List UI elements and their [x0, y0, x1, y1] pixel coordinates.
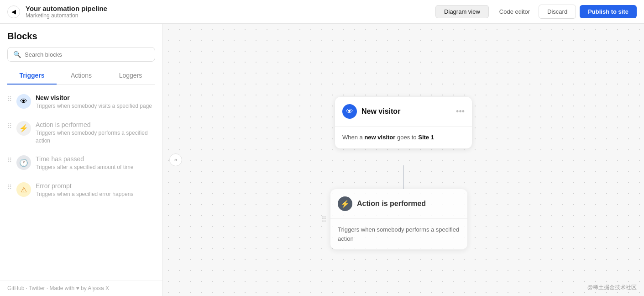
sidebar-footer: GitHub · Twitter · Made with ♥ by Alyssa… — [0, 280, 162, 296]
block-name: Action is performed — [36, 121, 155, 128]
card-header-action-performed: ⚡ Action is performed — [330, 189, 467, 219]
publish-button[interactable]: Publish to site — [580, 5, 637, 18]
list-item[interactable]: ⠿ ⚠ Error prompt Triggers when a specifi… — [0, 177, 162, 204]
pipeline-subtitle: Marketing automation — [26, 12, 435, 19]
desc-prefix: When a — [342, 134, 364, 141]
sidebar-title: Blocks — [7, 31, 155, 42]
drag-handle-icon: ⠿ — [7, 155, 12, 164]
card-menu-button[interactable]: ••• — [456, 107, 465, 116]
block-icon-error-prompt: ⚠ — [16, 182, 31, 197]
sidebar-header: Blocks 🔍 Triggers Actions Loggers — [0, 24, 162, 85]
card-title-new-visitor: New visitor — [361, 107, 451, 116]
card-body-action-performed: Triggers when somebody performs a specif… — [330, 219, 467, 249]
block-desc: Triggers when somebody visits a specifie… — [36, 102, 155, 110]
eye-icon: 👁 — [20, 97, 27, 106]
warning-icon: ⚠ — [21, 185, 27, 194]
card-title-action-performed: Action is performed — [357, 200, 460, 208]
card-icon-lightning: ⚡ — [338, 196, 352, 211]
block-name: New visitor — [36, 94, 155, 101]
block-desc: Triggers when a specified error happens — [36, 190, 155, 198]
block-list: ⠿ 👁 New visitor Triggers when somebody v… — [0, 85, 162, 280]
drag-handle-icon: ⠿ — [7, 94, 12, 103]
drag-handle-icon: ⠿ — [7, 182, 12, 191]
block-type-tabs: Triggers Actions Loggers — [7, 67, 155, 85]
back-icon: ◀ — [11, 8, 16, 15]
block-desc: Triggers after a specified amount of tim… — [36, 164, 155, 171]
blocks-sidebar: Blocks 🔍 Triggers Actions Loggers ⠿ 👁 Ne… — [0, 24, 163, 296]
block-name: Time has passed — [36, 155, 155, 163]
block-icon-time-passed: 🕐 — [16, 155, 31, 170]
list-item[interactable]: ⠿ ⚡ Action is performed Triggers when so… — [0, 116, 162, 150]
list-item[interactable]: ⠿ 🕐 Time has passed Triggers after a spe… — [0, 150, 162, 177]
card-body-new-visitor: When a new visitor goes to Site 1 — [335, 127, 472, 148]
block-name: Error prompt — [36, 182, 155, 190]
tab-actions[interactable]: Actions — [57, 67, 106, 85]
desc-mid: goes to — [395, 134, 418, 141]
clock-icon: 🕐 — [19, 159, 28, 167]
lightning-icon: ⚡ — [19, 124, 28, 132]
back-button[interactable]: ◀ — [7, 5, 20, 18]
connector-line — [403, 165, 404, 189]
block-desc: Triggers when somebody performs a specif… — [36, 129, 155, 145]
tab-triggers[interactable]: Triggers — [7, 67, 57, 85]
block-icon-new-visitor: 👁 — [16, 94, 31, 109]
tab-loggers[interactable]: Loggers — [106, 67, 155, 85]
drag-handle-icon: ⠿ — [321, 215, 327, 224]
pipeline-card-new-visitor: 👁 New visitor ••• When a new visitor goe… — [335, 97, 472, 148]
view-tabs: Diagram view Code editor — [435, 5, 539, 18]
search-icon: 🔍 — [13, 51, 21, 58]
drag-handle-icon: ⠿ — [7, 121, 12, 130]
header-actions: Discard Publish to site — [539, 5, 637, 19]
main-area: Blocks 🔍 Triggers Actions Loggers ⠿ 👁 Ne… — [0, 24, 644, 296]
card-header-new-visitor: 👁 New visitor ••• — [335, 97, 472, 127]
desc-bold2: Site 1 — [418, 134, 434, 141]
search-input[interactable] — [25, 51, 149, 58]
block-icon-action-performed: ⚡ — [16, 121, 31, 136]
card-desc-new-visitor: When a new visitor goes to Site 1 — [342, 133, 465, 142]
desc-bold1: new visitor — [364, 134, 395, 141]
block-info-error-prompt: Error prompt Triggers when a specified e… — [36, 182, 155, 198]
header-title-group: Your automation pipeline Marketing autom… — [26, 5, 435, 19]
card-icon-eye: 👁 — [342, 104, 357, 119]
tab-code-editor[interactable]: Code editor — [491, 5, 539, 18]
list-item[interactable]: ⠿ 👁 New visitor Triggers when somebody v… — [0, 89, 162, 116]
eye-icon: 👁 — [346, 107, 353, 116]
pipeline-title: Your automation pipeline — [26, 5, 435, 12]
watermark: @稀土掘金技术社区 — [587, 284, 637, 291]
chevron-left-icon: « — [174, 157, 178, 163]
lightning-icon: ⚡ — [340, 200, 350, 208]
block-info-time-passed: Time has passed Triggers after a specifi… — [36, 155, 155, 171]
tab-diagram-view[interactable]: Diagram view — [435, 5, 489, 18]
app-header: ◀ Your automation pipeline Marketing aut… — [0, 0, 644, 24]
pipeline-canvas[interactable]: « 👁 New visitor ••• When a new visitor g… — [163, 24, 644, 296]
collapse-sidebar-button[interactable]: « — [169, 153, 182, 166]
search-box: 🔍 — [7, 47, 155, 62]
discard-button[interactable]: Discard — [539, 5, 576, 19]
block-info-action-performed: Action is performed Triggers when somebo… — [36, 121, 155, 145]
pipeline-card-action-performed: ⠿ ⚡ Action is performed Triggers when so… — [330, 189, 467, 249]
block-info-new-visitor: New visitor Triggers when somebody visit… — [36, 94, 155, 110]
card-desc-action-performed: Triggers when somebody performs a specif… — [338, 225, 460, 243]
